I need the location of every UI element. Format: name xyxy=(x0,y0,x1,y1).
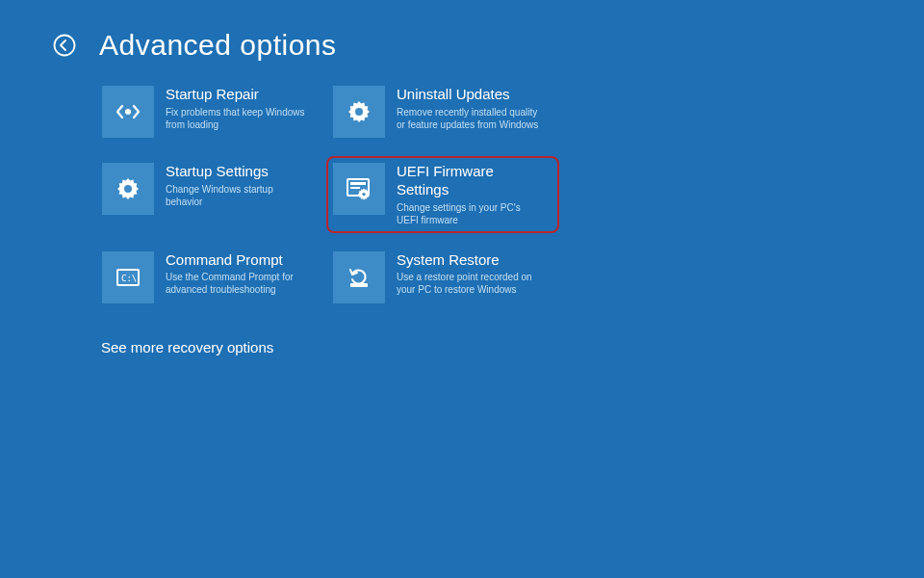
tile-desc: Change Windows startup behavior xyxy=(166,183,310,208)
startup-settings-icon xyxy=(102,163,154,215)
startup-repair-icon xyxy=(102,86,154,138)
tile-title: Startup Repair xyxy=(166,86,310,104)
tile-uninstall-updates[interactable]: Uninstall Updates Remove recently instal… xyxy=(332,85,553,139)
tile-startup-repair[interactable]: Startup Repair Fix problems that keep Wi… xyxy=(101,85,322,139)
svg-point-1 xyxy=(125,109,131,115)
tile-title: Uninstall Updates xyxy=(397,86,541,104)
tile-title: System Restore xyxy=(397,251,541,270)
tile-desc: Use the Command Prompt for advanced trou… xyxy=(166,271,310,296)
see-more-recovery-link[interactable]: See more recovery options xyxy=(101,339,273,355)
page-title: Advanced options xyxy=(99,29,337,62)
tile-desc: Fix problems that keep Windows from load… xyxy=(166,106,310,131)
tile-startup-settings[interactable]: Startup Settings Change Windows startup … xyxy=(101,162,322,227)
tile-desc: Remove recently installed quality or fea… xyxy=(397,106,541,131)
tile-desc: Use a restore point recorded on your PC … xyxy=(397,271,541,296)
command-prompt-icon: C:\ xyxy=(102,251,154,303)
svg-text:C:\: C:\ xyxy=(121,274,137,283)
svg-point-3 xyxy=(124,185,132,193)
tile-title: UEFI Firmware Settings xyxy=(397,163,541,199)
tile-command-prompt[interactable]: C:\ Command Prompt Use the Command Promp… xyxy=(101,250,322,304)
tile-title: Startup Settings xyxy=(166,163,310,181)
system-restore-icon xyxy=(333,251,385,303)
svg-point-7 xyxy=(362,193,365,196)
back-arrow-icon[interactable] xyxy=(53,34,76,57)
svg-point-2 xyxy=(355,108,363,116)
tile-desc: Change settings in your PC's UEFI firmwa… xyxy=(397,201,541,226)
svg-rect-6 xyxy=(350,187,360,189)
svg-rect-10 xyxy=(350,283,368,287)
uninstall-updates-icon xyxy=(333,86,385,138)
svg-rect-5 xyxy=(350,182,366,185)
tile-uefi-firmware[interactable]: UEFI Firmware Settings Change settings i… xyxy=(332,162,553,227)
tile-title: Command Prompt xyxy=(166,251,310,270)
uefi-firmware-icon xyxy=(333,163,385,215)
options-grid: Startup Repair Fix problems that keep Wi… xyxy=(101,85,553,304)
svg-point-0 xyxy=(55,36,75,56)
tile-system-restore[interactable]: System Restore Use a restore point recor… xyxy=(332,250,553,304)
